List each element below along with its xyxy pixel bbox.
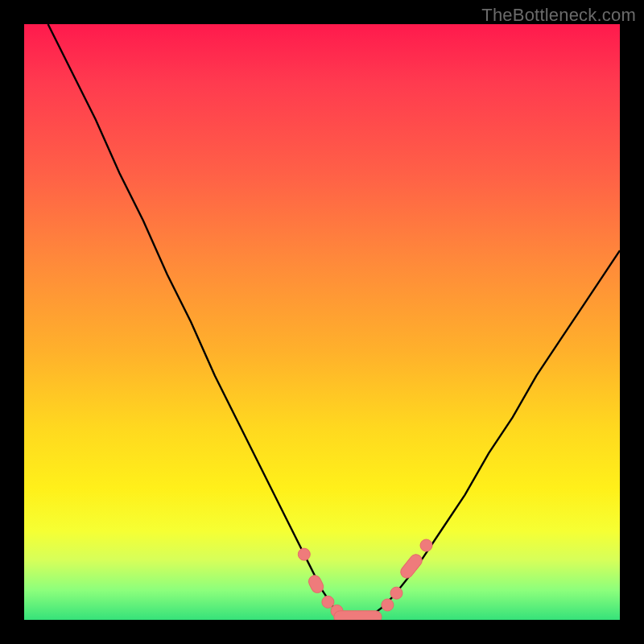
- chart-overlay: [24, 24, 620, 620]
- plot-area: [24, 24, 620, 620]
- curve-marker-dot: [298, 548, 310, 560]
- curve-marker-dot: [382, 599, 394, 611]
- bottleneck-curve: [48, 24, 620, 617]
- curve-markers: [298, 539, 432, 620]
- curve-marker-pill: [398, 552, 425, 580]
- chart-frame: TheBottleneck.com: [0, 0, 644, 644]
- curve-marker-dot: [390, 587, 402, 599]
- curve-marker-dot: [322, 596, 334, 608]
- watermark-text: TheBottleneck.com: [481, 5, 636, 26]
- curve-marker-pill: [334, 611, 382, 620]
- curve-marker-dot: [420, 539, 432, 551]
